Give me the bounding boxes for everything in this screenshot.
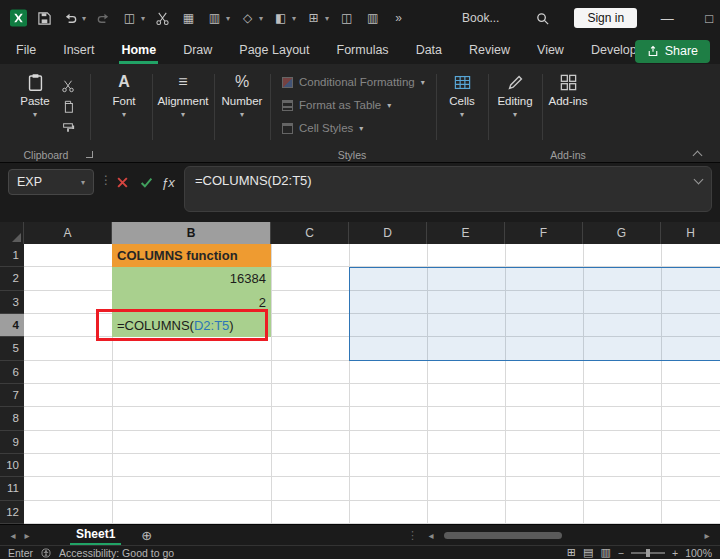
row-header-4[interactable]: 4 (0, 314, 24, 337)
column-header-e[interactable]: E (427, 222, 505, 244)
undo-icon[interactable] (62, 10, 79, 27)
cell-mode-indicator[interactable]: Enter (8, 547, 33, 559)
search-icon[interactable] (534, 10, 551, 27)
notebook-icon[interactable]: ◫ (121, 10, 138, 27)
highlighter-icon[interactable]: ◧ (272, 10, 289, 27)
zoom-in-icon[interactable]: + (672, 547, 678, 559)
column-header-d[interactable]: D (349, 222, 427, 244)
cut-icon[interactable] (154, 10, 171, 27)
formula-bar-grip-icon[interactable]: ⋮ (100, 173, 112, 187)
table-dropdown-caret[interactable]: ▾ (325, 14, 329, 23)
camera-icon[interactable]: ◫ (338, 10, 355, 27)
row-header-7[interactable]: 7 (0, 384, 24, 407)
minimize-button[interactable]: — (646, 0, 688, 36)
status-bar: Enter Accessibility: Good to go ⊞ ▤ ▥ − … (0, 545, 720, 559)
conditional-formatting-button[interactable]: Conditional Formatting ▾ (282, 76, 425, 88)
zoom-slider[interactable] (631, 552, 665, 554)
cell-styles-button[interactable]: Cell Styles ▾ (282, 122, 363, 134)
tab-insert[interactable]: Insert (61, 39, 96, 64)
row-header-1[interactable]: 1 (0, 244, 24, 267)
horizontal-scroll-thumb[interactable] (444, 532, 562, 539)
next-sheet-icon[interactable]: ▸ (20, 530, 34, 541)
table-icon[interactable]: ⊞ (305, 10, 322, 27)
expand-formula-bar-icon[interactable] (694, 175, 704, 185)
cells-button[interactable]: Cells ▾ (440, 72, 484, 119)
column-header-a[interactable]: A (24, 222, 112, 244)
save-icon[interactable] (36, 10, 53, 27)
font-button[interactable]: A Font ▾ (100, 72, 148, 119)
number-button[interactable]: % Number ▾ (218, 72, 266, 119)
formula-bar-input[interactable]: =COLUMNS(D2:T5) (184, 166, 712, 212)
editing-button[interactable]: Editing ▾ (490, 72, 540, 119)
page-break-view-icon[interactable]: ▥ (600, 546, 610, 559)
cells-area[interactable]: COLUMNS function 16384 2 =COLUMNS(D2:T5) (24, 244, 720, 524)
column-header-g[interactable]: G (583, 222, 661, 244)
copy-icon[interactable] (60, 99, 76, 115)
prev-sheet-icon[interactable]: ◂ (6, 530, 20, 541)
cell-b1[interactable]: COLUMNS function (112, 244, 271, 267)
tab-view[interactable]: View (535, 39, 566, 64)
picture-icon[interactable]: ▦ (180, 10, 197, 27)
zoom-level[interactable]: 100% (685, 547, 712, 559)
page-layout-view-icon[interactable]: ▤ (583, 546, 593, 559)
column-header-f[interactable]: F (505, 222, 583, 244)
row-header-10[interactable]: 10 (0, 454, 24, 477)
alignment-button[interactable]: ≡ Alignment ▾ (156, 72, 210, 119)
redo-icon[interactable] (95, 10, 112, 27)
row-header-8[interactable]: 8 (0, 407, 24, 430)
insert-function-button[interactable]: ƒx (158, 172, 178, 192)
tab-page-layout[interactable]: Page Layout (237, 39, 311, 64)
format-painter-icon[interactable] (60, 121, 76, 137)
column-header-c[interactable]: C (271, 222, 349, 244)
sign-in-button[interactable]: Sign in (574, 8, 637, 28)
sort-dropdown-caret[interactable]: ▾ (226, 14, 230, 23)
column-header-b[interactable]: B (112, 222, 271, 244)
cell-b3[interactable]: 2 (112, 291, 271, 314)
scroll-right-icon[interactable]: ▸ (700, 530, 714, 541)
row-header-11[interactable]: 11 (0, 477, 24, 500)
cell-b4-editing[interactable]: =COLUMNS(D2:T5) (112, 314, 271, 337)
row-header-3[interactable]: 3 (0, 291, 24, 314)
name-box[interactable]: EXP ▾ (8, 169, 94, 195)
scroll-left-icon[interactable]: ◂ (424, 530, 438, 541)
qat-overflow-icon[interactable]: » (390, 10, 407, 27)
collapse-ribbon-icon[interactable] (693, 151, 703, 161)
clipboard-dialog-launcher-icon[interactable] (86, 151, 93, 158)
tab-formulas[interactable]: Formulas (335, 39, 391, 64)
row-header-9[interactable]: 9 (0, 431, 24, 454)
notebook-dropdown-caret[interactable]: ▾ (141, 14, 145, 23)
tab-file[interactable]: File (14, 39, 38, 64)
cut-icon[interactable] (60, 78, 76, 94)
paste-button[interactable]: Paste ▾ (12, 72, 58, 119)
row-header-12[interactable]: 12 (0, 501, 24, 524)
format-as-table-button[interactable]: Format as Table ▾ (282, 99, 391, 111)
row-header-5[interactable]: 5 (0, 337, 24, 360)
pen-dropdown-caret[interactable]: ▾ (259, 14, 263, 23)
freeze-panes-icon[interactable]: ▥ (364, 10, 381, 27)
tab-home[interactable]: Home (119, 39, 158, 64)
tab-draw[interactable]: Draw (181, 39, 214, 64)
zoom-slider-thumb[interactable] (646, 549, 650, 557)
zoom-out-icon[interactable]: − (618, 547, 624, 559)
addins-button[interactable]: Add-ins (544, 72, 592, 107)
share-button[interactable]: Share (635, 40, 710, 63)
tab-review[interactable]: Review (467, 39, 512, 64)
accessibility-status[interactable]: Accessibility: Good to go (59, 547, 174, 559)
maximize-button[interactable]: □ (688, 0, 720, 36)
highlighter-dropdown-caret[interactable]: ▾ (292, 14, 296, 23)
undo-dropdown-caret[interactable]: ▾ (82, 14, 86, 23)
horizontal-scroll-track[interactable] (444, 531, 694, 539)
column-header-h[interactable]: H (661, 222, 720, 244)
sort-filter-icon[interactable]: ▥ (206, 10, 223, 27)
cancel-entry-button[interactable] (112, 172, 132, 192)
add-sheet-icon[interactable]: ⊕ (141, 528, 152, 543)
row-header-6[interactable]: 6 (0, 361, 24, 384)
draw-pen-icon[interactable]: ◇ (239, 10, 256, 27)
tab-data[interactable]: Data (414, 39, 444, 64)
row-header-2[interactable]: 2 (0, 267, 24, 290)
cell-b2[interactable]: 16384 (112, 267, 271, 290)
sheet-tab-sheet1[interactable]: Sheet1 (62, 525, 129, 545)
enter-entry-button[interactable] (136, 172, 156, 192)
select-all-button[interactable] (0, 222, 24, 244)
normal-view-icon[interactable]: ⊞ (567, 546, 576, 559)
